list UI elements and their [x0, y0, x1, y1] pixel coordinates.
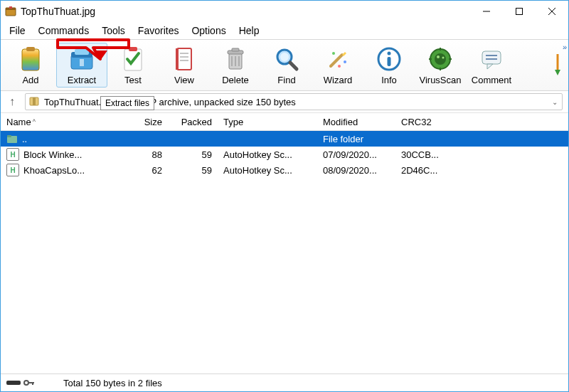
menu-favorites[interactable]: Favorites: [132, 23, 185, 38]
toolbar-overflow-icon[interactable]: »: [563, 43, 565, 51]
status-total: Total 150 bytes in 2 files: [49, 378, 568, 388]
extract-icon: [68, 45, 96, 73]
svg-rect-57: [6, 381, 21, 385]
svg-marker-51: [555, 70, 560, 75]
svg-rect-7: [22, 49, 39, 70]
titlebar: TopThuThuat.jpg: [1, 1, 568, 22]
svg-rect-14: [129, 47, 137, 51]
col-name[interactable]: Name ^: [1, 117, 118, 127]
svg-point-41: [442, 57, 445, 59]
wizard-icon: [324, 45, 352, 73]
svg-rect-2: [9, 6, 12, 9]
tooltip-extract: Extract files: [100, 96, 154, 110]
up-button[interactable]: ↑: [6, 95, 18, 108]
chevron-down-icon[interactable]: ⌄: [552, 98, 558, 106]
virusscan-button[interactable]: VirusScan: [415, 43, 466, 88]
list-row[interactable]: HBlock Winke... 88 59 AutoHotkey Sc... 0…: [1, 147, 568, 162]
svg-rect-12: [80, 59, 84, 66]
list-row[interactable]: HKhoaCapsLo... 62 59 AutoHotkey Sc... 08…: [1, 162, 568, 178]
svg-rect-56: [7, 135, 11, 137]
svg-point-32: [332, 52, 335, 55]
menu-options[interactable]: Options: [186, 23, 231, 38]
virusscan-label: VirusScan: [419, 75, 461, 85]
extract-button[interactable]: Extract: [56, 43, 107, 88]
svg-rect-8: [26, 47, 35, 51]
svg-rect-54: [33, 97, 36, 105]
col-packed[interactable]: Packed: [168, 117, 218, 127]
folder-icon: [6, 133, 18, 144]
view-icon: [170, 45, 198, 73]
svg-line-30: [331, 55, 342, 66]
statusbar: Total 150 bytes in 2 files: [1, 374, 568, 391]
delete-button[interactable]: Delete: [210, 43, 261, 88]
svg-point-40: [437, 55, 440, 58]
extract-label: Extract: [68, 75, 96, 85]
app-icon: [5, 6, 16, 17]
menubar: File Commands Tools Favorites Options He…: [1, 22, 568, 39]
col-crc32[interactable]: CRC32: [395, 117, 452, 127]
virusscan-icon: [426, 45, 454, 73]
svg-rect-11: [75, 49, 89, 55]
delete-label: Delete: [222, 75, 249, 85]
svg-point-58: [24, 381, 28, 385]
svg-point-36: [388, 52, 391, 55]
ahk-file-icon: H: [6, 164, 19, 176]
svg-rect-37: [388, 57, 391, 66]
drive-icon: [6, 378, 21, 388]
svg-rect-46: [482, 51, 501, 64]
menu-file[interactable]: File: [4, 23, 31, 38]
svg-line-29: [290, 63, 297, 69]
svg-rect-15: [177, 48, 191, 70]
list-header: Name ^ Size Packed Type Modified CRC32: [1, 112, 568, 131]
ahk-file-icon: H: [6, 148, 19, 161]
archive-icon: [28, 95, 40, 109]
test-icon: [119, 45, 147, 73]
status-left: [1, 378, 49, 388]
close-button[interactable]: [536, 1, 568, 22]
comment-label: Comment: [472, 75, 511, 85]
test-button[interactable]: Test: [107, 43, 159, 88]
file-list: .. File folder HBlock Winke... 88 59 Aut…: [1, 131, 568, 374]
add-icon: [16, 45, 45, 73]
find-label: Find: [277, 75, 295, 85]
sort-asc-icon: ^: [33, 118, 36, 125]
svg-point-28: [280, 53, 289, 61]
path-text: TopThuThuat.jpg - SFX ZIP archive, unpac…: [44, 97, 296, 107]
svg-point-33: [344, 60, 346, 63]
svg-point-34: [338, 65, 341, 68]
window-title: TopThuThuat.jpg: [21, 6, 95, 17]
delete-icon: [221, 45, 250, 73]
svg-rect-23: [232, 48, 239, 51]
find-icon: [272, 45, 301, 73]
view-label: View: [174, 75, 194, 85]
wizard-button[interactable]: Wizard: [312, 43, 363, 88]
maximize-button[interactable]: [503, 1, 536, 22]
pathbar: ↑ TopThuThuat.jpg - SFX ZIP archive, unp…: [1, 91, 568, 112]
menu-help[interactable]: Help: [233, 23, 265, 38]
col-modified[interactable]: Modified: [317, 117, 395, 127]
toolbar-pin-icon[interactable]: [554, 54, 561, 78]
view-button[interactable]: View: [159, 43, 210, 88]
info-label: Info: [381, 75, 397, 85]
minimize-button[interactable]: [470, 1, 503, 22]
col-size[interactable]: Size: [118, 117, 168, 127]
svg-rect-20: [176, 48, 179, 70]
test-label: Test: [124, 75, 142, 85]
add-label: Add: [22, 75, 38, 85]
svg-point-39: [435, 53, 446, 65]
find-button[interactable]: Find: [261, 43, 312, 88]
key-icon: [23, 378, 35, 388]
menu-commands[interactable]: Commands: [33, 23, 95, 38]
info-button[interactable]: Info: [363, 43, 415, 88]
app-window: TopThuThuat.jpg File Commands Tools Favo…: [0, 0, 569, 392]
comment-button[interactable]: Comment: [466, 43, 517, 88]
parent-folder-row[interactable]: .. File folder: [1, 131, 568, 147]
add-button[interactable]: Add: [5, 43, 56, 88]
toolbar: Add Extract Test View Delete Find Wizard: [1, 39, 568, 91]
svg-rect-4: [516, 9, 523, 15]
info-icon: [375, 45, 403, 73]
menu-tools[interactable]: Tools: [96, 23, 131, 38]
svg-marker-47: [487, 64, 493, 69]
wizard-label: Wizard: [324, 75, 352, 85]
col-type[interactable]: Type: [218, 117, 317, 127]
